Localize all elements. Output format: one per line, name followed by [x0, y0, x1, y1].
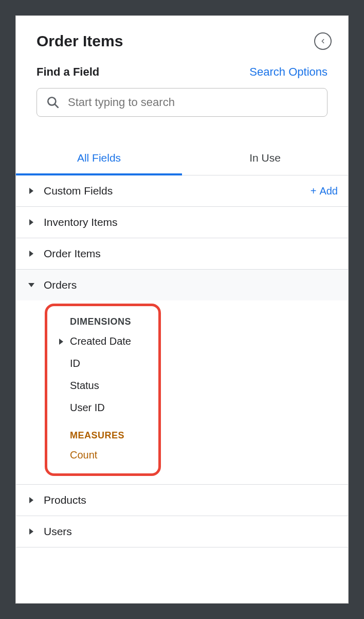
section-inventory-items[interactable]: Inventory Items [16, 207, 348, 238]
section-label: Products [44, 494, 338, 506]
section-order-items[interactable]: Order Items [16, 238, 348, 270]
search-input[interactable] [68, 96, 318, 109]
panel-title: Order Items [37, 32, 123, 50]
caret-right-icon [28, 219, 34, 225]
caret-right-icon [28, 188, 34, 194]
search-icon [46, 96, 60, 109]
field-status[interactable]: Status [52, 375, 148, 397]
section-label: Users [44, 525, 338, 538]
field-label: Count [70, 449, 97, 461]
field-created-date[interactable]: Created Date [52, 330, 148, 352]
tab-all-fields[interactable]: All Fields [16, 143, 182, 175]
field-count[interactable]: Count [52, 444, 148, 466]
section-label: Order Items [44, 247, 338, 260]
tab-in-use[interactable]: In Use [182, 143, 348, 175]
section-orders-group: Orders DIMENSIONS Created Date ID Status… [16, 270, 348, 485]
caret-right-icon [58, 339, 65, 345]
plus-icon: + [311, 185, 317, 197]
add-custom-field-button[interactable]: + Add [311, 185, 338, 197]
section-users[interactable]: Users [16, 516, 348, 547]
caret-down-icon [28, 283, 34, 287]
find-field-label: Find a Field [37, 65, 99, 79]
field-label: ID [70, 358, 80, 369]
dimensions-header: DIMENSIONS [52, 313, 148, 330]
section-products[interactable]: Products [16, 485, 348, 516]
field-picker-panel: Order Items Find a Field Search Options … [15, 15, 349, 604]
chevron-left-icon [319, 38, 326, 45]
caret-right-icon [28, 497, 34, 503]
measures-header: MEASURES [52, 427, 148, 444]
caret-right-icon [28, 251, 34, 257]
section-label: Custom Fields [44, 185, 301, 197]
field-id[interactable]: ID [52, 352, 148, 375]
search-box[interactable] [37, 88, 327, 117]
section-orders[interactable]: Orders [16, 270, 348, 300]
section-label: Inventory Items [44, 216, 338, 228]
svg-line-1 [54, 104, 58, 108]
field-label: User ID [70, 402, 105, 414]
collapse-button[interactable] [314, 32, 332, 50]
panel-header: Order Items [16, 16, 348, 60]
section-custom-fields[interactable]: Custom Fields + Add [16, 175, 348, 207]
add-label: Add [319, 185, 338, 197]
section-label: Orders [44, 279, 338, 291]
highlighted-fields-box: DIMENSIONS Created Date ID Status User I… [45, 304, 161, 476]
search-label-row: Find a Field Search Options [37, 65, 327, 79]
field-label: Created Date [70, 335, 131, 347]
search-options-link[interactable]: Search Options [249, 65, 327, 79]
search-area: Find a Field Search Options [16, 60, 348, 132]
tabs: All Fields In Use [16, 143, 348, 175]
field-label: Status [70, 380, 99, 392]
caret-right-icon [28, 528, 34, 535]
field-user-id[interactable]: User ID [52, 397, 148, 419]
